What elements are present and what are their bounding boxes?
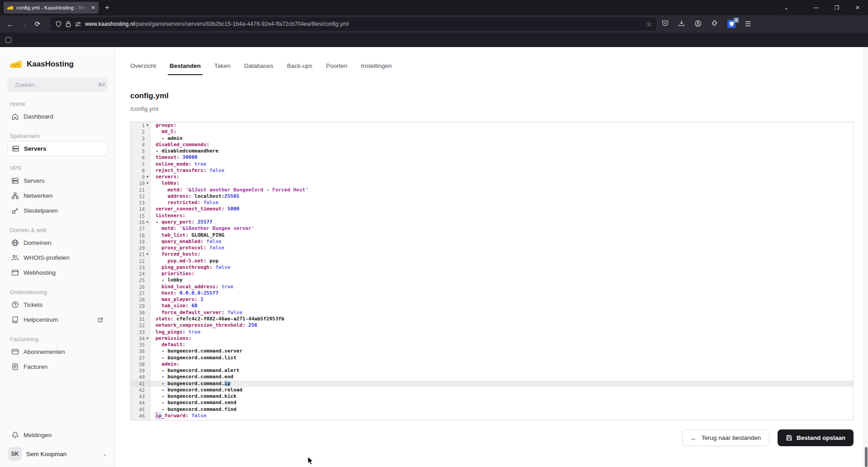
gutter[interactable]: 46 bbox=[131, 413, 151, 419]
gutter[interactable]: 25 bbox=[131, 277, 151, 283]
fold-arrow-icon[interactable]: ▼ bbox=[145, 174, 150, 180]
code-line-42[interactable]: 42 - bungeecord.command.reload bbox=[131, 387, 853, 393]
gutter[interactable]: 12 bbox=[131, 193, 151, 200]
code-line-2[interactable]: 2 md_5: bbox=[131, 129, 853, 135]
code-line-19[interactable]: 19 query_enabled: false bbox=[131, 238, 853, 245]
code-line-21[interactable]: 21▼ forced_hosts: bbox=[131, 251, 853, 257]
sidebar-item-domeinen[interactable]: Domeinen bbox=[7, 235, 108, 250]
gutter[interactable]: 6 bbox=[131, 154, 151, 161]
fold-arrow-icon[interactable]: ▼ bbox=[145, 251, 150, 257]
bookmark-item-icon[interactable] bbox=[5, 37, 11, 43]
gutter[interactable]: 3 bbox=[131, 135, 151, 142]
code-line-31[interactable]: 31stats: cfe7c4c2-f082-46ae-a271-44ab5f2… bbox=[131, 316, 853, 322]
url-text[interactable]: www.kaashosting.nl/panel/gameservers/ser… bbox=[85, 21, 642, 27]
gutter[interactable]: 7 bbox=[131, 161, 151, 167]
gutter[interactable]: 2 bbox=[131, 129, 151, 135]
code-line-36[interactable]: 36 - bungeecord.command.server bbox=[131, 348, 853, 354]
code-line-26[interactable]: 26 bind_local_address: true bbox=[131, 284, 853, 290]
code-line-30[interactable]: 30 force_default_server: false bbox=[131, 310, 853, 316]
gutter[interactable]: 20 bbox=[131, 245, 151, 251]
code-line-13[interactable]: 13 restricted: false bbox=[131, 200, 853, 206]
tab-back-ups[interactable]: Back-ups bbox=[287, 62, 312, 75]
gutter[interactable]: 34▼ bbox=[131, 335, 151, 342]
tab-instellingen[interactable]: Instellingen bbox=[361, 62, 392, 75]
gutter[interactable]: 38 bbox=[131, 361, 151, 367]
tab-bestanden[interactable]: Bestanden bbox=[170, 62, 201, 75]
fold-arrow-icon[interactable]: ▼ bbox=[145, 122, 150, 129]
sidebar-item-facturen[interactable]: Facturen bbox=[7, 359, 108, 374]
fold-arrow-icon[interactable]: ▼ bbox=[145, 180, 150, 186]
sidebar-item-abonnementen[interactable]: Abonnementen bbox=[7, 344, 108, 359]
code-line-41[interactable]: 41 - bungeecord.command.ip bbox=[131, 381, 853, 387]
extensions-icon[interactable] bbox=[711, 20, 718, 28]
list-tabs-chevron-icon[interactable]: ⌄ bbox=[784, 0, 788, 15]
lock-icon[interactable] bbox=[66, 21, 71, 27]
brand[interactable]: KaasHosting bbox=[7, 58, 108, 70]
gutter[interactable]: 39 bbox=[131, 367, 151, 374]
new-tab-button[interactable]: + bbox=[105, 3, 109, 12]
reload-button[interactable]: ⟳ bbox=[31, 20, 44, 28]
code-line-23[interactable]: 23 ping_passthrough: false bbox=[131, 264, 853, 271]
back-to-files-button[interactable]: ← Terug naar bestanden bbox=[682, 429, 769, 446]
gutter[interactable]: 29 bbox=[131, 303, 151, 309]
gutter[interactable]: 5 bbox=[131, 148, 151, 154]
code-line-45[interactable]: 45 - bungeecord.command.find bbox=[131, 406, 853, 413]
gutter[interactable]: 43 bbox=[131, 393, 151, 400]
account-icon[interactable] bbox=[694, 20, 702, 29]
gutter[interactable]: 18 bbox=[131, 232, 151, 238]
code-line-40[interactable]: 40 - bungeecord.command.end bbox=[131, 374, 853, 380]
url-bar[interactable]: www.kaashosting.nl/panel/gameservers/ser… bbox=[51, 17, 656, 31]
fold-arrow-icon[interactable]: ▼ bbox=[145, 335, 150, 342]
gutter[interactable]: 42 bbox=[131, 387, 151, 393]
code-line-27[interactable]: 27 host: 0.0.0.0:25577 bbox=[131, 290, 853, 296]
code-line-20[interactable]: 20 proxy_protocol: false bbox=[131, 245, 853, 251]
menu-hamburger-icon[interactable]: ☰ bbox=[745, 20, 751, 28]
code-line-28[interactable]: 28 max_players: 1 bbox=[131, 296, 853, 303]
code-line-32[interactable]: 32network_compression_threshold: 256 bbox=[131, 322, 853, 329]
gutter[interactable]: 31 bbox=[131, 316, 151, 322]
gutter[interactable]: 17 bbox=[131, 225, 151, 232]
code-editor[interactable]: 1▼groups:2 md_5:3 - admin4disabled_comma… bbox=[130, 122, 854, 420]
window-restore-button[interactable]: ❐ bbox=[826, 5, 847, 11]
gutter[interactable]: 16▼ bbox=[131, 219, 151, 225]
sidebar-item-netwerken[interactable]: Netwerken bbox=[7, 188, 108, 203]
gutter[interactable]: 13 bbox=[131, 200, 151, 206]
shield-icon[interactable] bbox=[55, 21, 62, 28]
window-minimize-button[interactable]: — bbox=[806, 5, 826, 11]
gutter[interactable]: 4 bbox=[131, 142, 151, 148]
code-line-3[interactable]: 3 - admin bbox=[131, 135, 853, 142]
code-line-22[interactable]: 22 pvp.md-5.net: pvp bbox=[131, 258, 853, 264]
permissions-icon[interactable] bbox=[75, 21, 81, 27]
code-line-24[interactable]: 24 priorities: bbox=[131, 271, 853, 277]
code-line-17[interactable]: 17 motd: '&1Another Bungee server' bbox=[131, 225, 853, 232]
code-line-1[interactable]: 1▼groups: bbox=[131, 122, 853, 129]
gutter[interactable]: 10▼ bbox=[131, 180, 151, 186]
sidebar-item-servers[interactable]: Servers bbox=[7, 173, 108, 188]
gutter[interactable]: 22 bbox=[131, 258, 151, 264]
ublock-extension-icon[interactable]: 2 bbox=[727, 20, 736, 28]
page-scrollbar[interactable] bbox=[863, 47, 868, 467]
gutter[interactable]: 24 bbox=[131, 271, 151, 277]
gutter[interactable]: 9▼ bbox=[131, 174, 151, 180]
code-line-15[interactable]: 15listeners: bbox=[131, 213, 853, 219]
gutter[interactable]: 44 bbox=[131, 400, 151, 406]
code-line-7[interactable]: 7online_mode: true bbox=[131, 161, 853, 167]
gutter[interactable]: 30 bbox=[131, 310, 151, 316]
back-button[interactable]: ← bbox=[4, 20, 17, 28]
code-line-12[interactable]: 12 address: localhost:25565 bbox=[131, 193, 853, 200]
sidebar-item-whois-profielen[interactable]: WHOIS-profielen bbox=[7, 250, 108, 265]
gutter[interactable]: 33 bbox=[131, 329, 151, 335]
browser-tab[interactable]: config.yml - KaasHosting - Tests ✕ bbox=[4, 2, 99, 14]
pocket-icon[interactable] bbox=[662, 20, 669, 28]
gutter[interactable]: 35 bbox=[131, 342, 151, 348]
tab-close-icon[interactable]: ✕ bbox=[91, 5, 95, 11]
sidebar-item-servers[interactable]: Servers bbox=[7, 141, 108, 156]
sidebar-item-dashboard[interactable]: Dashboard bbox=[7, 109, 108, 124]
code-line-38[interactable]: 38 admin: bbox=[131, 361, 853, 367]
fold-arrow-icon[interactable]: ▼ bbox=[145, 219, 150, 225]
sidebar-item-tickets[interactable]: Tickets bbox=[7, 297, 108, 312]
code-line-4[interactable]: 4disabled_commands: bbox=[131, 142, 853, 148]
code-line-33[interactable]: 33log_pings: true bbox=[131, 329, 853, 335]
sidebar-item-sleutelparen[interactable]: Sleutelparen bbox=[7, 203, 108, 218]
code-line-44[interactable]: 44 - bungeecord.command.send bbox=[131, 400, 853, 406]
